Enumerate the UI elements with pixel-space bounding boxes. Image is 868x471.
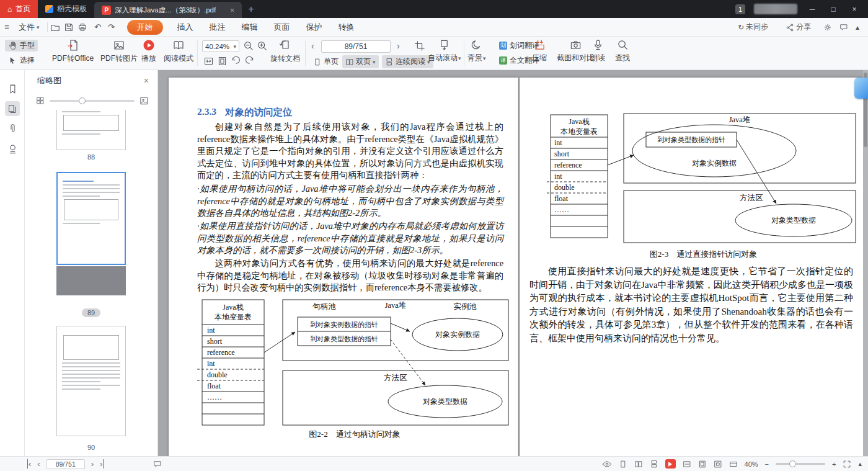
small-thumbnails-icon[interactable] — [36, 96, 45, 105]
continuous-view-icon[interactable] — [650, 460, 658, 469]
double-page-view-icon[interactable] — [634, 460, 643, 469]
pdf-to-office-button[interactable]: PDF转Office — [52, 39, 94, 64]
maximize-button[interactable]: □ — [827, 5, 839, 14]
open-file-icon[interactable] — [50, 22, 64, 32]
zoom-out-icon[interactable]: − — [765, 460, 769, 468]
read-mode-button[interactable]: 阅读模式 — [164, 39, 193, 64]
actual-size-icon[interactable] — [714, 460, 722, 469]
thumbnail-list[interactable]: 88 89 90 — [25, 110, 157, 456]
search-icon — [617, 39, 629, 51]
tab-comment[interactable]: 批注 — [202, 22, 234, 33]
zoom-in-icon[interactable]: + — [832, 460, 836, 468]
sync-status[interactable]: ↻ 未同步 — [733, 22, 773, 32]
menu-file[interactable]: 文件▾ — [14, 22, 45, 33]
single-page-view-icon[interactable] — [619, 460, 627, 469]
undo-icon[interactable]: ↶ — [91, 22, 105, 32]
single-page-button[interactable]: 单页 — [310, 55, 342, 68]
tab-start[interactable]: 开始 — [127, 20, 163, 35]
find-button[interactable]: 查找 — [615, 39, 630, 63]
zoom-slider-handle[interactable] — [789, 460, 796, 467]
vertical-scrollbar[interactable] — [863, 70, 868, 456]
video-tutorial-button[interactable] — [665, 459, 676, 469]
attachment-panel-icon[interactable] — [5, 121, 20, 136]
zoom-in-icon[interactable] — [257, 40, 268, 52]
thumbnail-page-90[interactable] — [56, 326, 126, 436]
slider-handle[interactable] — [79, 97, 86, 104]
tab-document[interactable]: P 深入理解Java虚...（第3版）.pdf × — [94, 2, 242, 18]
last-page-icon[interactable]: › — [100, 459, 104, 469]
tab-edit[interactable]: 编辑 — [234, 22, 266, 33]
first-page-icon[interactable]: ‹ — [27, 459, 31, 469]
tab-home[interactable]: ⌂ 首页 — [0, 0, 38, 18]
rotate-left-icon[interactable] — [231, 56, 241, 66]
signature-panel-icon[interactable] — [5, 141, 20, 156]
fit-page-icon[interactable] — [217, 56, 228, 66]
chevron-down-icon: ▾ — [373, 59, 376, 65]
collapse-ribbon-icon[interactable]: ▴ — [856, 23, 859, 32]
close-panel-icon[interactable]: × — [144, 76, 149, 86]
next-page-icon[interactable]: › — [91, 459, 94, 469]
next-page-icon[interactable]: › — [397, 41, 400, 51]
svg-text:对象类型数据: 对象类型数据 — [771, 216, 816, 225]
word-translate-icon: 划 — [499, 42, 507, 50]
rotate-right-icon[interactable] — [244, 56, 255, 66]
close-window-button[interactable]: × — [848, 5, 861, 14]
close-tab-icon[interactable]: × — [230, 6, 235, 15]
thumbnails-panel-icon[interactable] — [5, 101, 20, 116]
prev-page-icon[interactable]: ‹ — [311, 41, 314, 51]
prev-page-icon[interactable]: ‹ — [37, 459, 40, 469]
rotate-document-button[interactable]: 旋转文档 — [270, 39, 300, 64]
fit-width-icon[interactable] — [203, 56, 214, 66]
tab-convert[interactable]: 转换 — [330, 22, 363, 33]
zoom-slider[interactable] — [776, 463, 825, 465]
thumbnail-label-90: 90 — [56, 444, 126, 451]
screenshot-compare-button[interactable]: 截图和对比 — [557, 39, 594, 63]
feedback-bubble-icon[interactable] — [839, 23, 848, 32]
tab-protect[interactable]: 保护 — [298, 22, 330, 33]
comment-bubble-icon[interactable] — [153, 460, 162, 469]
read-aloud-button[interactable]: 朗读 — [590, 39, 605, 63]
hand-tool-button[interactable]: 手型 — [5, 40, 38, 52]
scroll-up-icon[interactable]: ▴ — [858, 460, 862, 468]
share-button[interactable]: 分享 — [781, 22, 816, 32]
page-number-input[interactable]: 89/751 — [46, 459, 85, 469]
double-page-button[interactable]: 双页 ▾ — [342, 55, 379, 68]
print-icon[interactable] — [78, 22, 91, 32]
eye-icon[interactable] — [602, 459, 612, 469]
ribbon-toolbar: 手型 选择 PDF转Office PDF转图片 播放 阅读模式 40.24% ▾ — [0, 37, 868, 70]
zoom-out-icon[interactable] — [243, 40, 254, 52]
chevron-down-icon: ▾ — [37, 24, 40, 30]
auto-scroll-button[interactable]: 自动滚动▾ — [428, 39, 461, 63]
tab-docer[interactable]: 稻壳模板 — [38, 0, 94, 18]
floating-assistant-widget[interactable] — [854, 78, 868, 99]
continuous-read-button[interactable]: 连续阅读 ▾ — [382, 55, 433, 68]
background-button[interactable]: 背景▾ — [467, 39, 486, 63]
tab-insert[interactable]: 插入 — [169, 22, 202, 33]
fit-page-icon[interactable] — [698, 460, 707, 469]
save-icon[interactable] — [64, 22, 78, 32]
thumbnail-page-89[interactable] — [56, 172, 126, 265]
new-tab-button[interactable]: + — [242, 0, 260, 18]
play-button[interactable]: 播放 — [141, 39, 156, 64]
svg-text:……: …… — [207, 393, 222, 401]
settings-gear-icon[interactable] — [823, 23, 832, 32]
thumbnail-size-slider[interactable] — [50, 100, 135, 102]
pdf-to-image-button[interactable]: PDF转图片 — [100, 39, 138, 64]
fit-width-icon[interactable] — [683, 460, 691, 469]
zoom-select[interactable]: 40.24% ▾ — [202, 40, 239, 52]
hamburger-icon[interactable]: ≡ — [0, 22, 14, 32]
select-tool-button[interactable]: 选择 — [5, 55, 38, 66]
page-number-input[interactable]: 89/751 — [321, 40, 391, 53]
tab-page[interactable]: 页面 — [266, 22, 298, 33]
minimize-button[interactable]: ─ — [806, 5, 818, 14]
thumbnail-page-88[interactable] — [56, 110, 126, 150]
compress-button[interactable]: 压缩 — [532, 39, 547, 63]
fullscreen-icon[interactable] — [843, 460, 851, 469]
large-thumbnail-icon[interactable] — [140, 96, 149, 105]
svg-text:到对象类型数据的指针: 到对象类型数据的指针 — [657, 136, 725, 143]
bookmarks-panel-icon[interactable] — [5, 81, 20, 96]
user-account-area[interactable] — [754, 4, 797, 14]
page-adjust-icon[interactable] — [414, 40, 425, 52]
more-view-icon[interactable] — [729, 460, 738, 469]
redo-icon[interactable]: ↷ — [105, 22, 118, 32]
